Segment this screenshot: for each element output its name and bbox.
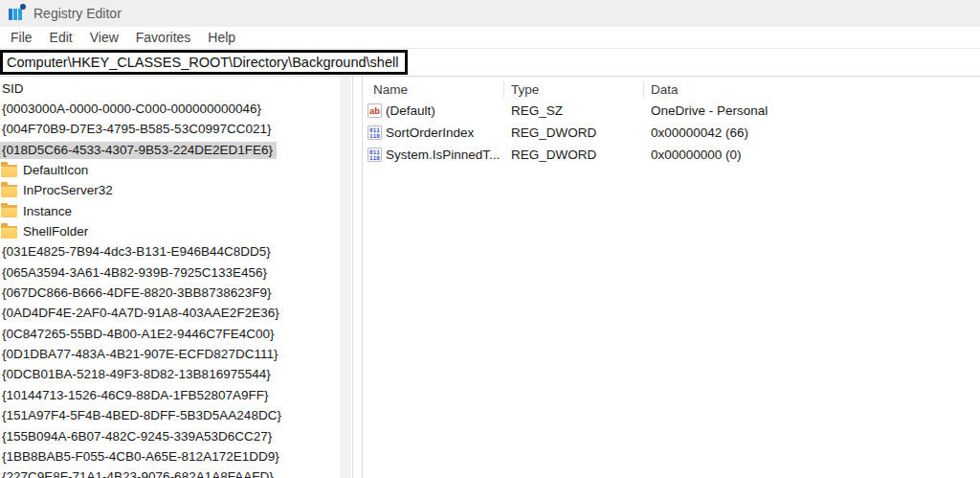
tree-item-label: InProcServer32 — [21, 182, 117, 199]
value-data: 0x00000000 (0) — [643, 148, 980, 162]
pane-splitter[interactable] — [353, 77, 362, 478]
tree-item[interactable]: {227C9E8F-71A1-4B23-9076-682A1A8FAAFD} — [0, 467, 352, 478]
tree-item[interactable]: SID — [0, 79, 352, 99]
tree-item[interactable]: {0C847265-55BD-4B00-A1E2-9446C7FE4C00} — [0, 324, 352, 344]
value-name: SortOrderIndex — [386, 125, 474, 140]
registry-tree-pane[interactable]: SID{0003000A-0000-0000-C000-000000000046… — [0, 77, 353, 478]
tree-item[interactable]: {0D1DBA77-483A-4B21-907E-ECFD827DC111} — [0, 344, 352, 364]
value-name-cell: ab(Default) — [363, 103, 503, 118]
value-name-cell: 011110SortOrderIndex — [363, 125, 503, 140]
column-header-data[interactable]: Data — [643, 80, 980, 97]
address-annotation-box: Computer\HKEY_CLASSES_ROOT\Directory\Bac… — [0, 50, 408, 75]
tree-item[interactable]: {151A97F4-5F4B-4BED-8DFF-5B3D5AA248DC} — [0, 406, 352, 426]
column-separator[interactable] — [503, 81, 504, 98]
app-icon-dot — [20, 4, 26, 10]
registry-editor-app-icon — [9, 6, 25, 21]
main-split: SID{0003000A-0000-0000-C000-000000000046… — [0, 77, 980, 478]
address-path[interactable]: Computer\HKEY_CLASSES_ROOT\Directory\Bac… — [7, 55, 398, 70]
value-name: System.IsPinnedT... — [386, 148, 500, 162]
value-row[interactable]: 011110SortOrderIndexREG_DWORD0x00000042 … — [363, 122, 980, 144]
tree-item-label: {0AD4DF4E-2AF0-4A7D-91A8-403AAE2F2E36} — [0, 305, 283, 322]
address-bar[interactable]: Computer\HKEY_CLASSES_ROOT\Directory\Bac… — [0, 48, 980, 77]
tree-item[interactable]: {10144713-1526-46C9-88DA-1FB52807A9FF} — [0, 385, 352, 405]
tree-item-label: {018D5C66-4533-4307-9B53-224DE2ED1FE6} — [0, 142, 277, 159]
tree-item-label: {227C9E8F-71A1-4B23-9076-682A1A8FAAFD} — [0, 468, 278, 478]
dword-value-icon: 011110 — [368, 125, 382, 140]
string-value-icon: ab — [368, 103, 382, 118]
tree-item-label: {0D1DBA77-483A-4B21-907E-ECFD827DC111} — [0, 346, 281, 363]
tree-item-label: {151A97F4-5F4B-4BED-8DFF-5B3D5AA248DC} — [0, 407, 285, 424]
tree-item-label: {004F70B9-D7E3-4795-B585-53C0997CC021} — [0, 121, 275, 138]
column-separator[interactable] — [643, 81, 644, 98]
tree-item-label: {10144713-1526-46C9-88DA-1FB52807A9FF} — [0, 387, 272, 404]
menu-item-view[interactable]: View — [81, 30, 127, 45]
value-row[interactable]: 011110System.IsPinnedT...REG_DWORD0x0000… — [363, 144, 980, 166]
tree-item[interactable]: {031E4825-7B94-4dc3-B131-E946B44C8DD5} — [0, 242, 352, 262]
tree-item[interactable]: InProcServer32 — [0, 181, 352, 201]
tree-item-label: SID — [0, 80, 28, 98]
folder-icon — [1, 165, 17, 177]
column-header-name[interactable]: Name — [363, 80, 503, 97]
list-header: NameTypeData — [363, 77, 980, 100]
menu-item-favorites[interactable]: Favorites — [127, 30, 200, 45]
window-title: Registry Editor — [33, 6, 122, 21]
tree-item-label: ShellFolder — [21, 223, 92, 240]
tree-item-label: DefaultIcon — [21, 162, 92, 179]
list-body: ab(Default)REG_SZOneDrive - Personal0111… — [363, 100, 980, 166]
tree-item[interactable]: {018D5C66-4533-4307-9B53-224DE2ED1FE6} — [0, 140, 352, 160]
tree-item[interactable]: {004F70B9-D7E3-4795-B585-53C0997CC021} — [0, 120, 352, 140]
tree-item-label: {031E4825-7B94-4dc3-B131-E946B44C8DD5} — [0, 243, 275, 261]
dword-value-icon: 011110 — [368, 148, 382, 162]
tree-item-label: {1BB8BAB5-F055-4CB0-A65E-812A172E1DD9} — [0, 448, 283, 466]
tree-item[interactable]: Instance — [0, 201, 352, 221]
tree-item[interactable]: ShellFolder — [0, 221, 352, 241]
tree-item[interactable]: DefaultIcon — [0, 160, 352, 180]
folder-icon — [1, 205, 17, 217]
value-data: OneDrive - Personal — [643, 103, 980, 118]
value-type: REG_DWORD — [503, 125, 643, 140]
value-list-pane[interactable]: NameTypeData ab(Default)REG_SZOneDrive -… — [362, 77, 980, 478]
tree-item[interactable]: {065A3594-3A61-4B82-939B-7925C133E456} — [0, 262, 352, 283]
tree-item[interactable]: {1BB8BAB5-F055-4CB0-A65E-812A172E1DD9} — [0, 446, 352, 467]
folder-icon — [1, 185, 17, 197]
folder-icon — [1, 226, 17, 239]
tree-item-label: {0003000A-0000-0000-C000-000000000046} — [0, 101, 265, 118]
tree-item-label: {0C847265-55BD-4B00-A1E2-9446C7FE4C00} — [0, 326, 278, 343]
tree-item-label: {0DCB01BA-5218-49F3-8D82-13B816975544} — [0, 366, 275, 383]
value-row[interactable]: ab(Default)REG_SZOneDrive - Personal — [363, 100, 980, 122]
tree-item-label: Instance — [21, 203, 76, 220]
menu-item-help[interactable]: Help — [199, 30, 244, 45]
value-name-cell: 011110System.IsPinnedT... — [363, 148, 503, 162]
menubar: FileEditViewFavoritesHelp — [0, 27, 980, 48]
titlebar: Registry Editor — [0, 0, 980, 27]
tree-item[interactable]: {0DCB01BA-5218-49F3-8D82-13B816975544} — [0, 365, 352, 385]
tree-item[interactable]: {0AD4DF4E-2AF0-4A7D-91A8-403AAE2F2E36} — [0, 304, 352, 324]
tree-item[interactable]: {155B094A-6B07-482C-9245-339A53D6CC27} — [0, 426, 352, 446]
tree-vertical-scrollbar[interactable] — [340, 77, 351, 478]
menu-item-file[interactable]: File — [2, 30, 41, 45]
menu-item-edit[interactable]: Edit — [41, 30, 81, 45]
tree-item[interactable]: {0003000A-0000-0000-C000-000000000046} — [0, 99, 352, 119]
column-header-type[interactable]: Type — [503, 80, 643, 97]
tree-item-label: {065A3594-3A61-4B82-939B-7925C133E456} — [0, 264, 271, 282]
value-data: 0x00000042 (66) — [643, 125, 980, 140]
value-name: (Default) — [386, 103, 435, 118]
registry-editor-window: Registry Editor FileEditViewFavoritesHel… — [0, 0, 980, 478]
tree-item-label: {067DC866-B666-4DFE-8820-3BB8738623F9} — [0, 285, 275, 302]
tree-item-label: {155B094A-6B07-482C-9245-339A53D6CC27} — [0, 428, 276, 445]
value-type: REG_SZ — [503, 103, 643, 118]
value-type: REG_DWORD — [503, 148, 643, 162]
tree-item[interactable]: {067DC866-B666-4DFE-8820-3BB8738623F9} — [0, 283, 352, 303]
